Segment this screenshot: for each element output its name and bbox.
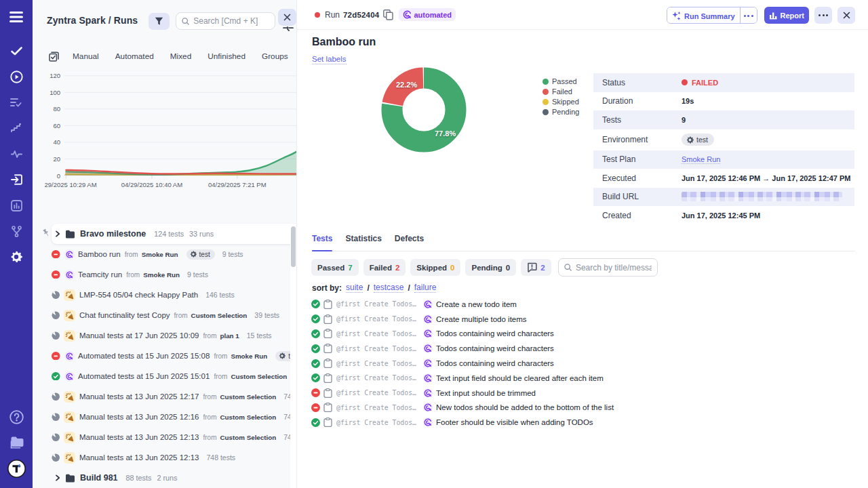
run-type-icon xyxy=(64,391,75,403)
test-row[interactable]: @first Create Todos… Todos containing we… xyxy=(311,341,861,356)
detail-tab[interactable]: Defects xyxy=(395,234,424,251)
steps-icon[interactable] xyxy=(0,115,33,141)
run-list-item[interactable]: Teamcity run 9 tests Teamcity run from S… xyxy=(33,264,296,285)
tab-automated[interactable]: Automated xyxy=(115,52,154,61)
filter-chip[interactable]: Pending 0 xyxy=(465,259,516,276)
box-arrow-in-icon[interactable] xyxy=(0,167,33,192)
run-status-icon xyxy=(52,291,60,300)
group-title: Bravo milestone xyxy=(80,229,146,239)
run-status-icon xyxy=(52,453,60,462)
sort-by-testcase[interactable]: testcase xyxy=(374,283,404,293)
panel-close-button[interactable] xyxy=(278,9,296,26)
breadcrumb-separator: / xyxy=(106,15,114,26)
more-actions-button[interactable] xyxy=(814,7,832,24)
test-row[interactable]: @first Create Todos… Todos containing we… xyxy=(311,327,861,342)
close-run-button[interactable] xyxy=(837,7,855,24)
run-list-item[interactable]: Manual tests at 17 Jun 2025 10:09 15 tes… xyxy=(33,325,296,346)
passed-icon xyxy=(311,418,320,427)
sidebar-nav xyxy=(0,0,33,488)
testomat-logo[interactable] xyxy=(0,455,33,481)
filter-chip[interactable]: Skipped 0 xyxy=(410,259,460,276)
detail-tab[interactable]: Statistics xyxy=(345,234,381,251)
in-progress-icon xyxy=(52,413,60,422)
test-row[interactable]: @first Create Todos… Text input field sh… xyxy=(311,371,861,386)
chevron-right-icon[interactable] xyxy=(54,474,61,481)
check-icon[interactable] xyxy=(0,38,33,64)
in-progress-icon xyxy=(52,392,60,401)
tests-search-input[interactable] xyxy=(576,263,652,272)
report-button[interactable]: Report xyxy=(764,7,809,24)
chip-count: 2 xyxy=(540,264,545,272)
details-row: Created Jun 17, 2025 12:45 PM Jun 17, 20… xyxy=(593,206,854,225)
ellipsis-icon xyxy=(744,15,753,17)
run-list-item[interactable]: LMP-554 05/04 check Happy Path 146 tests… xyxy=(33,285,296,305)
tab-mixed[interactable]: Mixed xyxy=(170,52,191,61)
in-progress-icon xyxy=(52,291,60,300)
panel-search-input[interactable] xyxy=(193,16,269,26)
folder-icon[interactable] xyxy=(0,430,33,455)
test-plan-link[interactable]: Smoke Run xyxy=(682,155,720,164)
gear-icon[interactable] xyxy=(0,244,33,270)
chevron-right-icon[interactable] xyxy=(54,230,61,237)
folder-icon xyxy=(65,230,75,239)
menu-icon[interactable] xyxy=(0,7,33,27)
copy-icon[interactable] xyxy=(383,9,393,20)
run-list-item[interactable]: Chat functinality test Copy 39 tests Cha… xyxy=(33,305,296,325)
tab-groups[interactable]: Groups xyxy=(262,52,288,61)
automated-icon xyxy=(66,352,73,360)
test-row[interactable]: @first Create Todos… Todos containing we… xyxy=(311,356,861,371)
run-from: from Custom Selection xyxy=(170,312,248,319)
filter-chip[interactable]: Passed 7 xyxy=(311,259,359,276)
run-type-pill[interactable]: automated xyxy=(399,8,456,21)
legend-item: Pending xyxy=(542,108,579,116)
runs-filter-tabs: Manual Automated Mixed Unfinished Groups xyxy=(33,50,296,62)
run-list-item[interactable]: Manual tests at 13 Jun 2025 12:17 748 te… xyxy=(33,386,296,407)
filter-chip[interactable]: 2 xyxy=(521,259,551,276)
sort-by-failure[interactable]: failure xyxy=(414,283,437,293)
status-value: FAILED xyxy=(682,79,718,87)
help-circle-icon[interactable] xyxy=(0,404,33,430)
test-title: Footer should be visible when adding TOD… xyxy=(436,418,593,426)
list-check-icon[interactable] xyxy=(0,89,33,115)
activity-icon[interactable] xyxy=(0,141,33,167)
test-row[interactable]: @first Create Todos… New todos should be… xyxy=(311,401,861,415)
test-row[interactable]: @first Create Todos… Create a new todo i… xyxy=(311,297,861,312)
run-list-item[interactable]: Build 981 88 tests 2 runs Build 981 88 t… xyxy=(33,468,296,488)
sort-by-suite[interactable]: suite xyxy=(346,283,363,293)
chip-label: Failed xyxy=(370,264,392,272)
test-row[interactable]: @first Create Todos… Footer should be vi… xyxy=(311,415,861,430)
tab-unfinished[interactable]: Unfinished xyxy=(208,52,245,61)
run-list-item[interactable]: Manual tests at 13 Jun 2025 12:13 748 te… xyxy=(33,447,296,468)
run-list-item[interactable]: Automated tests at 15 Jun 2025 15:08 9 t… xyxy=(33,346,296,366)
play-circle-icon[interactable] xyxy=(0,64,33,89)
run-list-item[interactable]: Manual tests at 13 Jun 2025 12:13 747 te… xyxy=(33,427,296,447)
run-list-item[interactable]: Bravo milestone 124 tests 33 runs Bravo … xyxy=(33,224,296,244)
run-list-item[interactable]: Automated tests at 15 Jun 2025 15:01 Aut… xyxy=(33,366,296,386)
test-status-icon xyxy=(311,329,320,338)
set-labels-link[interactable]: Set labels xyxy=(312,55,347,64)
clipboard-icon xyxy=(323,359,332,368)
run-list-item[interactable]: Manual tests at 13 Jun 2025 12:16 748 te… xyxy=(33,407,296,427)
automated-icon xyxy=(423,344,433,353)
select-all-icon[interactable] xyxy=(49,52,59,62)
scrollbar-track[interactable] xyxy=(290,224,296,488)
automated-icon xyxy=(423,418,433,427)
test-row[interactable]: @first Create Todos… Create multiple tod… xyxy=(311,312,861,327)
sort-separator: / xyxy=(408,283,410,293)
tab-manual[interactable]: Manual xyxy=(73,52,99,61)
detail-tab[interactable]: Tests xyxy=(312,234,332,251)
run-list-item[interactable]: Bamboo run 9 tests Bamboo run from Smoke… xyxy=(33,244,296,264)
filter-chip[interactable]: Failed 2 xyxy=(363,259,406,276)
test-row[interactable]: @first Create Todos… Text input should b… xyxy=(311,386,861,401)
breadcrumb: Zyntra Spark/Runs xyxy=(47,15,138,26)
in-progress-icon xyxy=(52,453,60,462)
run-summary-button[interactable]: Run Summary xyxy=(667,7,740,24)
bar-chart-icon[interactable] xyxy=(0,192,33,218)
automated-icon xyxy=(423,314,433,324)
scrollbar-thumb[interactable] xyxy=(291,226,296,267)
run-summary-more-button[interactable] xyxy=(740,7,757,24)
from-label: from xyxy=(203,393,216,401)
test-status-icon xyxy=(311,300,320,308)
filter-button[interactable] xyxy=(149,13,170,30)
git-branch-icon[interactable] xyxy=(0,218,33,244)
